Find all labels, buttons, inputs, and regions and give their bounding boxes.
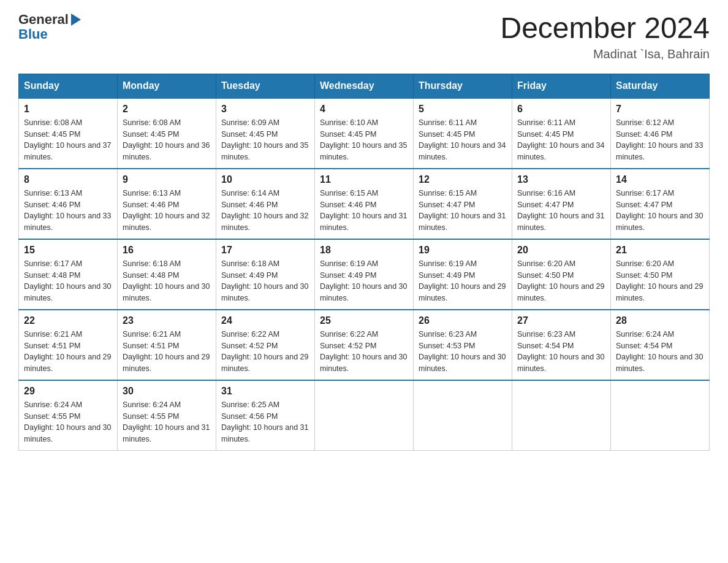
day-info: Sunrise: 6:25 AMSunset: 4:56 PMDaylight:… (221, 399, 309, 445)
day-info: Sunrise: 6:23 AMSunset: 4:54 PMDaylight:… (517, 329, 605, 375)
day-number: 25 (320, 315, 408, 326)
calendar-cell: 12Sunrise: 6:15 AMSunset: 4:47 PMDayligh… (414, 169, 512, 239)
calendar-cell: 13Sunrise: 6:16 AMSunset: 4:47 PMDayligh… (512, 169, 611, 239)
day-number: 23 (123, 315, 211, 326)
day-info: Sunrise: 6:19 AMSunset: 4:49 PMDaylight:… (320, 258, 408, 304)
calendar-cell: 8Sunrise: 6:13 AMSunset: 4:46 PMDaylight… (19, 169, 118, 239)
day-number: 17 (221, 245, 309, 256)
day-number: 7 (616, 104, 704, 115)
day-number: 24 (221, 315, 309, 326)
day-number: 29 (24, 386, 112, 397)
calendar-cell: 20Sunrise: 6:20 AMSunset: 4:50 PMDayligh… (512, 239, 611, 310)
day-info: Sunrise: 6:20 AMSunset: 4:50 PMDaylight:… (616, 258, 704, 304)
day-number: 2 (123, 104, 211, 115)
day-info: Sunrise: 6:22 AMSunset: 4:52 PMDaylight:… (221, 329, 309, 375)
logo-text: General Blue (18, 12, 81, 42)
calendar-cell: 29Sunrise: 6:24 AMSunset: 4:55 PMDayligh… (19, 380, 118, 451)
day-number: 5 (419, 104, 507, 115)
day-info: Sunrise: 6:17 AMSunset: 4:47 PMDaylight:… (616, 188, 704, 234)
week-row-3: 15Sunrise: 6:17 AMSunset: 4:48 PMDayligh… (19, 239, 710, 310)
calendar-cell: 16Sunrise: 6:18 AMSunset: 4:48 PMDayligh… (118, 239, 216, 310)
calendar-cell: 15Sunrise: 6:17 AMSunset: 4:48 PMDayligh… (19, 239, 118, 310)
column-header-monday: Monday (118, 74, 216, 98)
day-number: 27 (517, 315, 605, 326)
day-number: 8 (24, 174, 112, 185)
week-row-1: 1Sunrise: 6:08 AMSunset: 4:45 PMDaylight… (19, 98, 710, 169)
calendar-cell: 14Sunrise: 6:17 AMSunset: 4:47 PMDayligh… (611, 169, 710, 239)
calendar-cell: 24Sunrise: 6:22 AMSunset: 4:52 PMDayligh… (216, 310, 315, 380)
title-area: December 2024 Madinat `Isa, Bahrain (500, 12, 710, 61)
day-info: Sunrise: 6:20 AMSunset: 4:50 PMDaylight:… (517, 258, 605, 304)
day-number: 9 (123, 174, 211, 185)
day-number: 20 (517, 245, 605, 256)
day-number: 11 (320, 174, 408, 185)
calendar-cell: 31Sunrise: 6:25 AMSunset: 4:56 PMDayligh… (216, 380, 315, 451)
day-info: Sunrise: 6:11 AMSunset: 4:45 PMDaylight:… (517, 117, 605, 163)
day-info: Sunrise: 6:08 AMSunset: 4:45 PMDaylight:… (123, 117, 211, 163)
column-header-saturday: Saturday (611, 74, 710, 98)
column-header-thursday: Thursday (414, 74, 512, 98)
calendar-cell (512, 380, 611, 451)
column-header-sunday: Sunday (19, 74, 118, 98)
logo-blue: Blue (18, 26, 48, 42)
day-info: Sunrise: 6:21 AMSunset: 4:51 PMDaylight:… (123, 329, 211, 375)
week-row-4: 22Sunrise: 6:21 AMSunset: 4:51 PMDayligh… (19, 310, 710, 380)
day-info: Sunrise: 6:24 AMSunset: 4:55 PMDaylight:… (123, 399, 211, 445)
calendar-cell (414, 380, 512, 451)
calendar-subtitle: Madinat `Isa, Bahrain (500, 47, 710, 61)
day-info: Sunrise: 6:24 AMSunset: 4:54 PMDaylight:… (616, 329, 704, 375)
day-number: 30 (123, 386, 211, 397)
day-number: 12 (419, 174, 507, 185)
calendar-header-row: SundayMondayTuesdayWednesdayThursdayFrid… (19, 74, 710, 98)
calendar-cell: 21Sunrise: 6:20 AMSunset: 4:50 PMDayligh… (611, 239, 710, 310)
column-header-wednesday: Wednesday (315, 74, 414, 98)
day-info: Sunrise: 6:22 AMSunset: 4:52 PMDaylight:… (320, 329, 408, 375)
calendar-cell: 10Sunrise: 6:14 AMSunset: 4:46 PMDayligh… (216, 169, 315, 239)
day-number: 31 (221, 386, 309, 397)
day-number: 13 (517, 174, 605, 185)
day-info: Sunrise: 6:11 AMSunset: 4:45 PMDaylight:… (419, 117, 507, 163)
day-number: 6 (517, 104, 605, 115)
day-number: 10 (221, 174, 309, 185)
day-number: 22 (24, 315, 112, 326)
calendar-cell: 9Sunrise: 6:13 AMSunset: 4:46 PMDaylight… (118, 169, 216, 239)
calendar-cell: 18Sunrise: 6:19 AMSunset: 4:49 PMDayligh… (315, 239, 414, 310)
day-info: Sunrise: 6:21 AMSunset: 4:51 PMDaylight:… (24, 329, 112, 375)
calendar-cell: 11Sunrise: 6:15 AMSunset: 4:46 PMDayligh… (315, 169, 414, 239)
day-number: 15 (24, 245, 112, 256)
column-header-friday: Friday (512, 74, 611, 98)
calendar-cell (315, 380, 414, 451)
calendar-cell: 7Sunrise: 6:12 AMSunset: 4:46 PMDaylight… (611, 98, 710, 169)
logo-arrow-icon (71, 13, 81, 26)
day-info: Sunrise: 6:17 AMSunset: 4:48 PMDaylight:… (24, 258, 112, 304)
day-info: Sunrise: 6:18 AMSunset: 4:49 PMDaylight:… (221, 258, 309, 304)
page-header: General Blue December 2024 Madinat `Isa,… (18, 12, 710, 61)
week-row-5: 29Sunrise: 6:24 AMSunset: 4:55 PMDayligh… (19, 380, 710, 451)
logo-general: General (18, 12, 69, 27)
calendar-cell: 5Sunrise: 6:11 AMSunset: 4:45 PMDaylight… (414, 98, 512, 169)
calendar-cell: 30Sunrise: 6:24 AMSunset: 4:55 PMDayligh… (118, 380, 216, 451)
day-info: Sunrise: 6:23 AMSunset: 4:53 PMDaylight:… (419, 329, 507, 375)
calendar-cell: 25Sunrise: 6:22 AMSunset: 4:52 PMDayligh… (315, 310, 414, 380)
calendar-cell: 17Sunrise: 6:18 AMSunset: 4:49 PMDayligh… (216, 239, 315, 310)
day-number: 19 (419, 245, 507, 256)
logo: General Blue (18, 12, 81, 42)
calendar-cell: 2Sunrise: 6:08 AMSunset: 4:45 PMDaylight… (118, 98, 216, 169)
calendar-cell: 23Sunrise: 6:21 AMSunset: 4:51 PMDayligh… (118, 310, 216, 380)
calendar-cell: 26Sunrise: 6:23 AMSunset: 4:53 PMDayligh… (414, 310, 512, 380)
calendar-cell: 22Sunrise: 6:21 AMSunset: 4:51 PMDayligh… (19, 310, 118, 380)
day-number: 4 (320, 104, 408, 115)
day-number: 18 (320, 245, 408, 256)
day-info: Sunrise: 6:15 AMSunset: 4:46 PMDaylight:… (320, 188, 408, 234)
day-number: 3 (221, 104, 309, 115)
day-info: Sunrise: 6:09 AMSunset: 4:45 PMDaylight:… (221, 117, 309, 163)
day-number: 26 (419, 315, 507, 326)
day-info: Sunrise: 6:10 AMSunset: 4:45 PMDaylight:… (320, 117, 408, 163)
day-info: Sunrise: 6:08 AMSunset: 4:45 PMDaylight:… (24, 117, 112, 163)
calendar-title: December 2024 (500, 12, 710, 45)
column-header-tuesday: Tuesday (216, 74, 315, 98)
calendar-cell: 27Sunrise: 6:23 AMSunset: 4:54 PMDayligh… (512, 310, 611, 380)
day-info: Sunrise: 6:13 AMSunset: 4:46 PMDaylight:… (123, 188, 211, 234)
day-info: Sunrise: 6:14 AMSunset: 4:46 PMDaylight:… (221, 188, 309, 234)
calendar-cell: 3Sunrise: 6:09 AMSunset: 4:45 PMDaylight… (216, 98, 315, 169)
